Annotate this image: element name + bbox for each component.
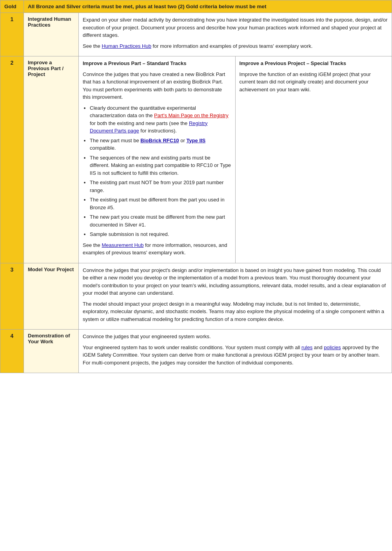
- registry-document-parts-link[interactable]: Registry Document Parts page: [90, 120, 208, 134]
- type-iis-link[interactable]: Type IIS: [186, 138, 205, 143]
- row-3-title: Model Your Project: [24, 263, 79, 330]
- rules-link[interactable]: rules: [301, 344, 312, 350]
- bullet-7: Sample submission is not required.: [90, 230, 231, 238]
- bullet-3: The sequences of the new and existing pa…: [90, 154, 231, 177]
- row-4-title: Demonstration of Your Work: [24, 330, 79, 373]
- header-description: All Bronze and Silver criteria must be m…: [24, 0, 392, 13]
- measurement-hub-link[interactable]: Measurement Hub: [102, 242, 143, 248]
- bullet-4: The existing part must NOT be from your …: [90, 179, 231, 194]
- row-2-left-footer: See the Measurement Hub for more informa…: [83, 241, 231, 257]
- row-2-two-col: Improve a Previous Part – Standard Track…: [79, 56, 392, 263]
- row-1-para-2: See the Human Practices Hub for more inf…: [83, 42, 388, 50]
- row-2-title: Improve a Previous Part / Project: [24, 56, 79, 263]
- row-1-para-1: Expand on your silver medal activity by …: [83, 16, 388, 39]
- row-2-left-header: Improve a Previous Part – Standard Track…: [83, 60, 231, 67]
- row-3-content: Convince the judges that your project's …: [79, 263, 392, 330]
- row-4-number: 4: [0, 330, 24, 373]
- row-3-para-1: Convince the judges that your project's …: [83, 266, 388, 297]
- row-3: 3 Model Your Project Convince the judges…: [0, 263, 392, 330]
- row-1-number: 1: [0, 13, 24, 56]
- row-2-number: 2: [0, 56, 24, 263]
- registry-main-page-link[interactable]: Part's Main Page on the Registry: [154, 112, 229, 118]
- bullet-2: The new part must be BioBrick RFC10 or T…: [90, 137, 231, 152]
- row-2-left-bullets: Clearly document the quantitative experi…: [90, 104, 231, 238]
- policies-link[interactable]: policies: [324, 344, 341, 350]
- row-2-right-col: Improve a Previous Project – Special Tra…: [236, 56, 392, 263]
- row-3-number: 3: [0, 263, 24, 330]
- header-gold-label: Gold: [0, 0, 24, 13]
- biobrick-rfc10-link[interactable]: BioBrick RFC10: [140, 138, 179, 143]
- row-2-content: Improve a Previous Part – Standard Track…: [79, 56, 392, 263]
- row-2-right-header: Improve a Previous Project – Special Tra…: [240, 60, 388, 67]
- bullet-6: The new part you create must be differen…: [90, 213, 231, 228]
- row-4-content: Convince the judges that your engineered…: [79, 330, 392, 373]
- row-1-content: Expand on your silver medal activity by …: [79, 13, 392, 56]
- row-4-para-1: Convince the judges that your engineered…: [83, 333, 388, 341]
- row-2-right-para: Improve the function of an existing iGEM…: [240, 71, 388, 94]
- row-1-title: Integrated Human Practices: [24, 13, 79, 56]
- header-row: Gold All Bronze and Silver criteria must…: [0, 0, 392, 13]
- row-2: 2 Improve a Previous Part / Project Impr…: [0, 56, 392, 263]
- row-3-para-2: The model should impact your project des…: [83, 300, 388, 323]
- bullet-5: The existing part must be different from…: [90, 196, 231, 211]
- row-1: 1 Integrated Human Practices Expand on y…: [0, 13, 392, 56]
- bullet-1: Clearly document the quantitative experi…: [90, 104, 231, 135]
- human-practices-hub-link[interactable]: Human Practices Hub: [102, 43, 151, 49]
- row-4: 4 Demonstration of Your Work Convince th…: [0, 330, 392, 373]
- row-2-left-intro: Convince the judges that you have create…: [83, 71, 231, 101]
- row-2-left-col: Improve a Previous Part – Standard Track…: [79, 56, 236, 263]
- row-4-para-2: Your engineered system has to work under…: [83, 344, 388, 367]
